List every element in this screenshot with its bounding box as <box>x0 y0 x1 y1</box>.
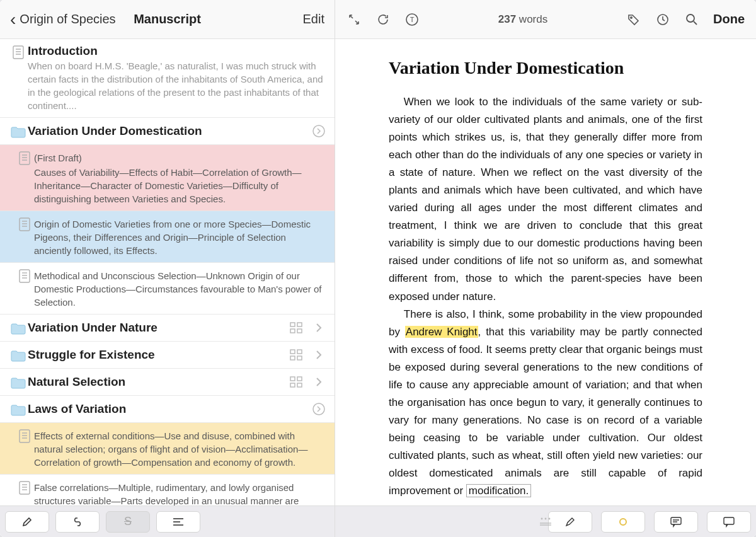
chevron-right-icon[interactable] <box>312 321 326 335</box>
item-snippet: When on board H.M.S. 'Beagle,' as natura… <box>28 59 326 112</box>
svg-rect-27 <box>290 383 295 387</box>
folder-icon <box>11 125 26 138</box>
svg-text:T: T <box>410 16 415 23</box>
document-icon <box>18 269 31 283</box>
highlighter-button[interactable] <box>548 511 592 533</box>
document-icon <box>18 217 31 231</box>
search-icon[interactable] <box>684 12 699 27</box>
disclosure-icon[interactable] <box>312 124 326 138</box>
color-circle-icon <box>619 518 627 526</box>
edit-button[interactable]: Edit <box>303 12 324 26</box>
speech-button[interactable] <box>707 511 751 533</box>
list-item[interactable]: False correlations—Multiple, rudimentary… <box>0 475 335 505</box>
svg-rect-68 <box>724 517 734 524</box>
speech-bubble-icon <box>723 516 735 528</box>
comment-lines-icon <box>670 516 682 528</box>
compose-button[interactable] <box>5 511 49 533</box>
svg-point-61 <box>545 517 547 519</box>
strikethrough-button[interactable]: S <box>106 511 150 533</box>
folder-title: Natural Selection <box>28 375 289 389</box>
list-item-draft[interactable]: (First Draft) Causes of Variability—Effe… <box>0 145 335 211</box>
binder-list[interactable]: Introduction When on board H.M.S. 'Beagl… <box>0 39 335 505</box>
chevron-right-icon[interactable] <box>312 348 326 362</box>
folder-title: Struggle for Existence <box>28 348 289 362</box>
chevron-right-icon[interactable] <box>312 375 326 389</box>
list-item[interactable]: Methodical and Unconscious Selection—Unk… <box>0 263 335 315</box>
item-snippet: Origin of Domestic Varieties from one or… <box>34 217 326 257</box>
binder-pane: ‹ Origin of Species Manuscript Edit Intr… <box>0 0 335 537</box>
typewriter-icon[interactable]: T <box>404 12 420 27</box>
folder-title: Variation Under Domestication <box>28 124 312 138</box>
binder-toolbar: S <box>0 505 335 537</box>
disclosure-icon[interactable] <box>312 402 326 416</box>
back-chevron-icon[interactable]: ‹ <box>10 11 16 28</box>
comment-button[interactable] <box>654 511 698 533</box>
svg-point-62 <box>549 517 551 519</box>
editor-header: T 237 words Done <box>335 0 756 39</box>
drag-handle-icon[interactable] <box>538 517 553 527</box>
highlighter-icon <box>564 516 576 528</box>
folder-variation-domestication[interactable]: Variation Under Domestication <box>0 118 335 145</box>
editor-toolbar <box>335 505 756 537</box>
align-left-icon <box>173 517 184 526</box>
folder-struggle[interactable]: Struggle for Existence <box>0 342 335 369</box>
item-snippet: Causes of Variability—Effects of Habit—C… <box>34 166 326 205</box>
svg-rect-21 <box>290 350 295 354</box>
boxed-text: modification. <box>466 484 531 497</box>
svg-point-4 <box>313 125 324 137</box>
done-button[interactable]: Done <box>713 12 745 26</box>
svg-rect-20 <box>297 329 302 333</box>
svg-point-58 <box>687 14 694 22</box>
word-count[interactable]: 237 words <box>433 13 612 26</box>
svg-point-60 <box>541 517 543 519</box>
draft-label: (First Draft) <box>34 151 326 165</box>
corkboard-icon[interactable] <box>289 375 303 389</box>
folder-variation-nature[interactable]: Variation Under Nature <box>0 315 335 342</box>
svg-rect-26 <box>297 377 302 381</box>
svg-rect-13 <box>20 270 30 282</box>
svg-rect-30 <box>20 430 30 442</box>
folder-title: Laws of Variation <box>28 402 312 416</box>
corkboard-icon[interactable] <box>289 321 303 335</box>
doc-paragraph: There is also, I think, some probability… <box>389 306 702 500</box>
folder-icon <box>11 376 26 389</box>
svg-rect-0 <box>13 46 23 59</box>
expand-icon[interactable] <box>346 12 362 27</box>
svg-rect-25 <box>290 377 295 381</box>
svg-line-59 <box>694 21 697 25</box>
link-button[interactable] <box>55 511 100 533</box>
svg-rect-34 <box>20 482 30 494</box>
pencil-icon <box>21 516 33 528</box>
tag-icon[interactable] <box>626 12 641 27</box>
document-icon <box>12 45 25 59</box>
svg-rect-18 <box>297 323 302 326</box>
binder-header: ‹ Origin of Species Manuscript Edit <box>0 0 335 39</box>
color-button[interactable] <box>601 511 645 533</box>
align-button[interactable] <box>156 511 200 533</box>
folder-natural-selection[interactable]: Natural Selection <box>0 369 335 396</box>
svg-point-29 <box>313 403 324 415</box>
history-icon[interactable] <box>655 12 670 27</box>
folder-laws-variation[interactable]: Laws of Variation <box>0 396 335 423</box>
breadcrumb[interactable]: Origin of Species <box>20 12 115 26</box>
strikethrough-icon: S <box>124 515 132 528</box>
list-item[interactable]: Effects of external conditions—Use and d… <box>0 423 335 475</box>
link-icon <box>71 516 84 528</box>
svg-rect-19 <box>290 329 295 333</box>
svg-rect-22 <box>297 350 302 354</box>
list-item-intro[interactable]: Introduction When on board H.M.S. 'Beagl… <box>0 39 335 118</box>
item-snippet: Effects of external conditions—Use and d… <box>34 429 326 469</box>
document-icon <box>18 429 31 443</box>
highlight: Andrew Knight <box>405 326 478 338</box>
svg-rect-24 <box>297 356 302 360</box>
document-icon <box>18 151 31 165</box>
svg-rect-23 <box>290 356 295 360</box>
sync-icon[interactable] <box>375 12 391 27</box>
svg-rect-17 <box>290 323 295 326</box>
folder-icon <box>11 322 26 335</box>
svg-rect-28 <box>297 383 302 387</box>
corkboard-icon[interactable] <box>289 348 303 362</box>
svg-rect-5 <box>20 152 30 165</box>
editor-body[interactable]: Variation Under Domestication When we lo… <box>335 39 756 505</box>
list-item[interactable]: Origin of Domestic Varieties from one or… <box>0 211 335 263</box>
